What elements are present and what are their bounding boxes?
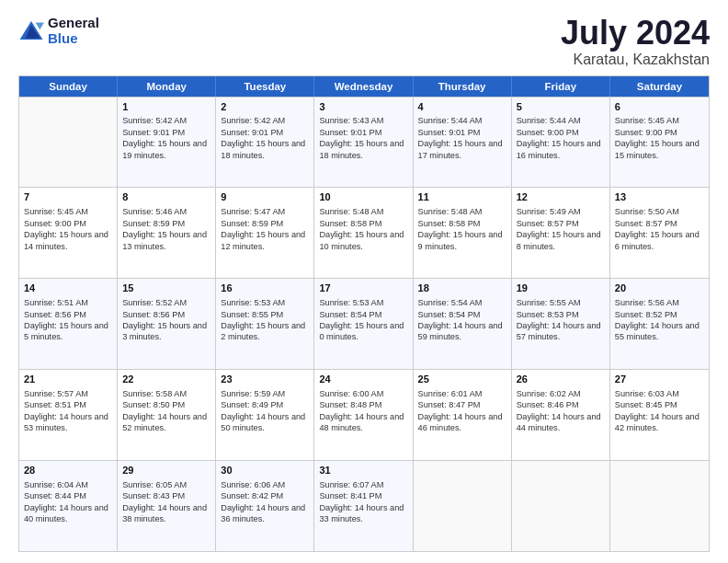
sunset-text: Sunset: 9:01 PM <box>122 127 210 138</box>
calendar-cell: 9Sunrise: 5:47 AMSunset: 8:59 PMDaylight… <box>216 188 314 278</box>
calendar-cell: 16Sunrise: 5:53 AMSunset: 8:55 PMDayligh… <box>216 279 314 369</box>
daylight-text: Daylight: 15 hours and 14 minutes. <box>24 229 112 252</box>
calendar-cell: 17Sunrise: 5:53 AMSunset: 8:54 PMDayligh… <box>314 279 413 369</box>
calendar-week-row: 21Sunrise: 5:57 AMSunset: 8:51 PMDayligh… <box>19 369 709 460</box>
daylight-text: Daylight: 15 hours and 19 minutes. <box>122 138 210 161</box>
day-number: 29 <box>122 464 210 477</box>
day-number: 2 <box>221 100 309 114</box>
sunset-text: Sunset: 8:48 PM <box>319 399 407 410</box>
sunset-text: Sunset: 9:01 PM <box>418 127 506 138</box>
svg-marker-2 <box>36 23 44 30</box>
day-of-week-header: Wednesday <box>314 76 413 97</box>
daylight-text: Daylight: 14 hours and 38 minutes. <box>122 502 210 525</box>
sunset-text: Sunset: 9:00 PM <box>615 127 704 138</box>
calendar-cell: 6Sunrise: 5:45 AMSunset: 9:00 PMDaylight… <box>610 98 709 188</box>
daylight-text: Daylight: 14 hours and 55 minutes. <box>615 320 704 343</box>
day-number: 19 <box>517 282 605 295</box>
daylight-text: Daylight: 15 hours and 8 minutes. <box>517 229 605 252</box>
calendar-cell: 25Sunrise: 6:01 AMSunset: 8:47 PMDayligh… <box>414 370 512 460</box>
daylight-text: Daylight: 14 hours and 52 minutes. <box>122 411 210 434</box>
calendar-cell: 28Sunrise: 6:04 AMSunset: 8:44 PMDayligh… <box>19 461 118 551</box>
sunset-text: Sunset: 8:56 PM <box>122 309 210 320</box>
sunrise-text: Sunrise: 6:03 AM <box>615 388 704 399</box>
sunset-text: Sunset: 8:47 PM <box>418 399 506 410</box>
daylight-text: Daylight: 15 hours and 5 minutes. <box>24 320 112 343</box>
calendar-cell: 31Sunrise: 6:07 AMSunset: 8:41 PMDayligh… <box>314 461 413 551</box>
calendar-week-row: 28Sunrise: 6:04 AMSunset: 8:44 PMDayligh… <box>19 460 709 551</box>
calendar-cell: 20Sunrise: 5:56 AMSunset: 8:52 PMDayligh… <box>610 279 709 369</box>
daylight-text: Daylight: 14 hours and 40 minutes. <box>24 502 112 525</box>
day-number: 9 <box>221 190 309 204</box>
day-of-week-header: Sunday <box>19 76 118 97</box>
day-number: 8 <box>122 190 210 204</box>
day-of-week-header: Saturday <box>610 76 709 97</box>
day-number: 26 <box>517 373 605 386</box>
calendar-cell: 19Sunrise: 5:55 AMSunset: 8:53 PMDayligh… <box>512 279 610 369</box>
sunrise-text: Sunrise: 5:55 AM <box>517 297 605 308</box>
day-number: 23 <box>221 373 309 386</box>
sunrise-text: Sunrise: 5:47 AM <box>221 206 309 217</box>
sunset-text: Sunset: 9:00 PM <box>517 127 605 138</box>
header: General Blue July 2024 Karatau, Kazakhst… <box>18 15 710 68</box>
daylight-text: Daylight: 15 hours and 0 minutes. <box>319 320 407 343</box>
sunrise-text: Sunrise: 5:53 AM <box>221 297 309 308</box>
sunset-text: Sunset: 8:52 PM <box>615 309 704 320</box>
day-number: 11 <box>418 190 506 204</box>
sunrise-text: Sunrise: 5:57 AM <box>24 388 112 399</box>
sunset-text: Sunset: 8:59 PM <box>122 218 210 229</box>
calendar-cell <box>512 461 610 551</box>
daylight-text: Daylight: 15 hours and 12 minutes. <box>221 229 309 252</box>
day-of-week-header: Tuesday <box>216 76 314 97</box>
sunrise-text: Sunrise: 6:06 AM <box>221 479 309 490</box>
calendar-cell: 5Sunrise: 5:44 AMSunset: 9:00 PMDaylight… <box>512 98 610 188</box>
daylight-text: Daylight: 14 hours and 53 minutes. <box>24 411 112 434</box>
sunrise-text: Sunrise: 5:45 AM <box>24 206 112 217</box>
calendar-cell: 10Sunrise: 5:48 AMSunset: 8:58 PMDayligh… <box>314 188 413 278</box>
logo: General Blue <box>18 15 99 47</box>
sunrise-text: Sunrise: 5:53 AM <box>319 297 407 308</box>
calendar-cell: 21Sunrise: 5:57 AMSunset: 8:51 PMDayligh… <box>19 370 118 460</box>
daylight-text: Daylight: 14 hours and 59 minutes. <box>418 320 506 343</box>
day-number: 6 <box>615 100 704 114</box>
calendar-cell: 13Sunrise: 5:50 AMSunset: 8:57 PMDayligh… <box>610 188 709 278</box>
daylight-text: Daylight: 14 hours and 48 minutes. <box>319 411 407 434</box>
sunrise-text: Sunrise: 5:46 AM <box>122 206 210 217</box>
daylight-text: Daylight: 15 hours and 2 minutes. <box>221 320 309 343</box>
day-number: 21 <box>24 373 112 386</box>
sunrise-text: Sunrise: 5:59 AM <box>221 388 309 399</box>
calendar-cell: 12Sunrise: 5:49 AMSunset: 8:57 PMDayligh… <box>512 188 610 278</box>
day-number: 25 <box>418 373 506 386</box>
day-number: 27 <box>615 373 704 386</box>
sunrise-text: Sunrise: 6:00 AM <box>319 388 407 399</box>
calendar-cell: 7Sunrise: 5:45 AMSunset: 9:00 PMDaylight… <box>19 188 118 278</box>
calendar-week-row: 1Sunrise: 5:42 AMSunset: 9:01 PMDaylight… <box>19 97 709 188</box>
sunrise-text: Sunrise: 5:56 AM <box>615 297 704 308</box>
daylight-text: Daylight: 14 hours and 57 minutes. <box>517 320 605 343</box>
sunrise-text: Sunrise: 5:48 AM <box>319 206 407 217</box>
day-number: 1 <box>122 100 210 114</box>
calendar-cell: 3Sunrise: 5:43 AMSunset: 9:01 PMDaylight… <box>314 98 413 188</box>
calendar-cell: 4Sunrise: 5:44 AMSunset: 9:01 PMDaylight… <box>414 98 512 188</box>
sunrise-text: Sunrise: 6:01 AM <box>418 388 506 399</box>
sunset-text: Sunset: 8:54 PM <box>319 309 407 320</box>
calendar-cell: 1Sunrise: 5:42 AMSunset: 9:01 PMDaylight… <box>118 98 216 188</box>
sunset-text: Sunset: 8:56 PM <box>24 309 112 320</box>
sunset-text: Sunset: 8:58 PM <box>319 218 407 229</box>
daylight-text: Daylight: 15 hours and 6 minutes. <box>615 229 704 252</box>
day-number: 7 <box>24 190 112 204</box>
sunset-text: Sunset: 8:58 PM <box>418 218 506 229</box>
day-number: 31 <box>319 464 407 477</box>
day-number: 3 <box>319 100 407 114</box>
daylight-text: Daylight: 15 hours and 13 minutes. <box>122 229 210 252</box>
calendar-cell: 15Sunrise: 5:52 AMSunset: 8:56 PMDayligh… <box>118 279 216 369</box>
sunrise-text: Sunrise: 5:51 AM <box>24 297 112 308</box>
calendar-header: SundayMondayTuesdayWednesdayThursdayFrid… <box>19 76 709 97</box>
sunset-text: Sunset: 8:46 PM <box>517 399 605 410</box>
day-number: 16 <box>221 282 309 295</box>
subtitle: Karatau, Kazakhstan <box>561 52 710 68</box>
daylight-text: Daylight: 15 hours and 10 minutes. <box>319 229 407 252</box>
calendar: SundayMondayTuesdayWednesdayThursdayFrid… <box>18 75 710 552</box>
calendar-cell: 30Sunrise: 6:06 AMSunset: 8:42 PMDayligh… <box>216 461 314 551</box>
calendar-cell <box>19 98 118 188</box>
sunrise-text: Sunrise: 5:54 AM <box>418 297 506 308</box>
